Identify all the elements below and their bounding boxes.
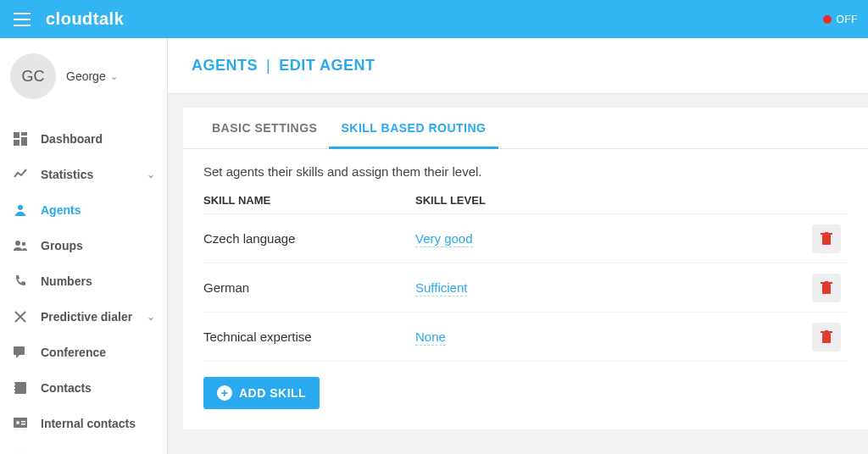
svg-rect-23	[822, 235, 831, 245]
skill-table-header: SKILL NAME SKILL LEVEL	[203, 194, 848, 214]
tab-basic-settings[interactable]: BASIC SETTINGS	[200, 108, 329, 148]
sidebar: GC George ⌄ Dashboard Statistics ⌄	[0, 38, 168, 454]
skill-level-select[interactable]: None	[415, 329, 585, 344]
phone-icon	[12, 273, 29, 290]
add-skill-label: ADD SKILL	[239, 386, 306, 400]
avatar[interactable]: GC	[10, 53, 56, 99]
table-row: Czech language Very good	[203, 214, 848, 263]
sidebar-item-label: Agents	[41, 203, 81, 217]
delete-skill-button[interactable]	[812, 224, 841, 253]
sidebar-item-integrations[interactable]: Integrations	[0, 441, 167, 454]
sidebar-item-dashboard[interactable]: Dashboard	[0, 121, 167, 157]
svg-rect-1	[14, 19, 31, 20]
svg-rect-16	[14, 387, 15, 389]
groups-icon	[12, 237, 29, 254]
user-block: GC George ⌄	[0, 38, 167, 118]
status-indicator-icon	[823, 15, 832, 24]
svg-rect-17	[14, 390, 15, 392]
add-skill-button[interactable]: + ADD SKILL	[203, 377, 320, 409]
dashboard-icon	[12, 130, 29, 147]
svg-point-7	[18, 205, 23, 210]
sidebar-item-groups[interactable]: Groups	[0, 228, 167, 263]
breadcrumb-page: EDIT AGENT	[279, 57, 375, 75]
svg-rect-0	[14, 13, 31, 14]
skill-level-select[interactable]: Sufficient	[415, 280, 585, 295]
svg-rect-12	[14, 346, 25, 355]
svg-rect-25	[825, 232, 828, 234]
user-menu[interactable]: George ⌄	[66, 69, 118, 83]
table-row: German Sufficient	[203, 263, 848, 313]
main-content: AGENTS | EDIT AGENT BASIC SETTINGS SKILL…	[168, 38, 868, 454]
sidebar-item-numbers[interactable]: Numbers	[0, 263, 167, 299]
sidebar-item-internal-contacts[interactable]: Internal contacts	[0, 406, 167, 441]
internal-contacts-icon	[12, 415, 29, 432]
svg-rect-20	[21, 421, 25, 423]
svg-rect-5	[14, 140, 19, 146]
svg-point-19	[16, 421, 19, 424]
breadcrumb-separator: |	[266, 57, 270, 75]
chevron-down-icon: ⌄	[147, 311, 155, 323]
svg-rect-29	[822, 333, 831, 343]
skill-name-label: Technical expertise	[203, 329, 415, 344]
delete-skill-button[interactable]	[812, 323, 841, 352]
chevron-down-icon: ⌄	[110, 71, 118, 82]
skill-name-label: German	[203, 280, 415, 295]
trash-icon	[821, 232, 832, 246]
sidebar-item-label: Conference	[41, 346, 106, 359]
svg-rect-4	[21, 132, 27, 136]
svg-rect-6	[21, 137, 27, 146]
breadcrumb-root[interactable]: AGENTS	[192, 57, 258, 75]
svg-marker-13	[16, 355, 19, 358]
tab-skill-routing[interactable]: SKILL BASED ROUTING	[329, 108, 498, 149]
svg-rect-14	[14, 382, 26, 394]
plus-icon: +	[217, 385, 232, 401]
sidebar-item-label: Internal contacts	[41, 417, 136, 430]
conference-icon	[12, 344, 29, 361]
svg-rect-2	[14, 25, 31, 26]
trash-icon	[821, 330, 832, 344]
svg-point-9	[22, 242, 26, 246]
header-skill-name: SKILL NAME	[203, 194, 415, 207]
trash-icon	[821, 281, 832, 295]
skill-level-select[interactable]: Very good	[415, 231, 585, 246]
user-name-label: George	[66, 69, 106, 83]
sidebar-item-contacts[interactable]: Contacts	[0, 370, 167, 406]
svg-rect-15	[14, 384, 15, 385]
sidebar-item-label: Statistics	[41, 168, 93, 181]
header-skill-level: SKILL LEVEL	[415, 194, 585, 207]
svg-rect-18	[14, 418, 27, 428]
breadcrumb-bar: AGENTS | EDIT AGENT	[168, 38, 868, 94]
delete-skill-button[interactable]	[812, 274, 841, 302]
dialer-icon	[12, 308, 29, 325]
menu-toggle[interactable]	[10, 8, 34, 31]
sidebar-item-label: Predictive dialer	[41, 310, 132, 324]
sidebar-item-label: Contacts	[41, 381, 92, 395]
breadcrumb: AGENTS | EDIT AGENT	[192, 57, 844, 75]
status-label[interactable]: OFF	[837, 14, 859, 25]
sidebar-item-statistics[interactable]: Statistics ⌄	[0, 157, 167, 192]
panel: BASIC SETTINGS SKILL BASED ROUTING Set a…	[183, 108, 868, 429]
tabs: BASIC SETTINGS SKILL BASED ROUTING	[183, 108, 868, 149]
svg-rect-31	[825, 330, 828, 332]
sidebar-item-label: Dashboard	[41, 132, 103, 146]
topbar: cloudtalk OFF	[0, 0, 868, 38]
skill-name-label: Czech language	[203, 231, 415, 246]
sidebar-item-label: Numbers	[41, 274, 92, 288]
contacts-icon	[12, 379, 29, 396]
sidebar-item-predictive-dialer[interactable]: Predictive dialer ⌄	[0, 299, 167, 335]
sidebar-item-conference[interactable]: Conference	[0, 335, 167, 370]
agent-icon	[12, 202, 29, 219]
stats-icon	[12, 166, 29, 183]
brand-logo: cloudtalk	[46, 9, 124, 29]
svg-rect-3	[14, 132, 19, 138]
sidebar-item-agents[interactable]: Agents	[0, 192, 167, 228]
table-row: Technical expertise None	[203, 313, 848, 362]
hamburger-icon	[14, 13, 31, 26]
svg-rect-21	[21, 424, 25, 425]
panel-description: Set agents their skills and assign them …	[203, 164, 848, 179]
integrations-icon	[12, 451, 29, 454]
chevron-down-icon: ⌄	[147, 169, 155, 180]
svg-point-8	[15, 241, 20, 246]
nav: Dashboard Statistics ⌄ Agents Groups	[0, 118, 167, 454]
svg-rect-26	[822, 284, 831, 294]
